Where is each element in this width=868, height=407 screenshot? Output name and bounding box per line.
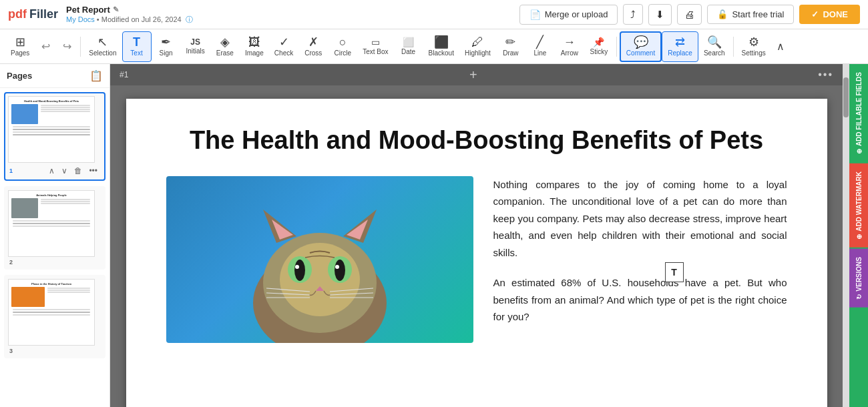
- sidebar-add-page-button[interactable]: 📋: [89, 69, 103, 82]
- date-label: Date: [401, 48, 415, 55]
- merge-upload-button[interactable]: 📄 Merge or upload: [519, 5, 618, 25]
- pdf-page-title: The Health and Mood-Boosting Benefits of…: [166, 125, 787, 156]
- blackout-label: Blackout: [429, 49, 454, 57]
- my-docs-link[interactable]: My Docs: [66, 15, 95, 23]
- scroll-track[interactable]: [843, 64, 849, 407]
- pdf-paragraph-1: Nothing compares to the joy of coming ho…: [493, 176, 787, 262]
- circle-icon: ○: [339, 36, 347, 48]
- thumb-line: [41, 199, 90, 200]
- date-icon: ⬜: [403, 37, 414, 47]
- tool-circle[interactable]: ○ Circle: [328, 31, 357, 62]
- draw-label: Draw: [503, 49, 518, 57]
- add-watermark-tab[interactable]: ⊕ ADD WATERMARK: [849, 163, 868, 248]
- thumb-title-1: Health and Mood-Boosting Benefits of Pet…: [11, 99, 91, 103]
- pdf-text-content: Nothing compares to the joy of coming ho…: [493, 176, 787, 339]
- svg-point-12: [335, 265, 339, 269]
- page-thumbnail-1[interactable]: Health and Mood-Boosting Benefits of Pet…: [4, 92, 105, 181]
- pdf-content-row: Nothing compares to the joy of coming ho…: [166, 176, 787, 343]
- pdf-page: The Health and Mood-Boosting Benefits of…: [126, 99, 827, 407]
- page-down-button[interactable]: ∨: [59, 165, 70, 177]
- done-label: DONE: [823, 9, 848, 19]
- textbox-icon: ▭: [371, 37, 380, 47]
- svg-point-6: [280, 243, 360, 316]
- selection-icon: ↖: [97, 36, 107, 48]
- trial-icon: 🔓: [717, 9, 728, 19]
- line-icon: ╱: [536, 36, 544, 48]
- tool-image[interactable]: 🖼 Image: [240, 31, 269, 62]
- undo-button[interactable]: ↩: [35, 31, 56, 62]
- page-more-button[interactable]: •••: [86, 165, 100, 177]
- edit-title-icon[interactable]: ✎: [113, 5, 119, 14]
- chevron-up-icon: ∧: [777, 40, 785, 53]
- doc-subtitle: My Docs • Modified on Jul 26, 2024 ⓘ: [66, 15, 193, 25]
- tool-line[interactable]: ╱ Line: [525, 31, 555, 62]
- thumb-line: [47, 290, 90, 291]
- undo-redo-group: ↩ ↪: [35, 31, 77, 62]
- modified-text: •: [97, 15, 101, 23]
- start-free-trial-button[interactable]: 🔓 Start free trial: [707, 5, 794, 24]
- tool-sign[interactable]: ✒ Sign: [152, 31, 181, 62]
- done-button[interactable]: ✓ DONE: [799, 5, 860, 24]
- erase-icon: ◈: [220, 36, 230, 48]
- page-thumbnail-2[interactable]: Animals Helping People: [4, 186, 105, 270]
- print-button[interactable]: 🖨: [677, 4, 702, 25]
- add-fillable-fields-tab[interactable]: ⊕ ADD FILLABLE FIELDS: [849, 64, 868, 162]
- page-thumb-inner-1: Health and Mood-Boosting Benefits of Pet…: [8, 96, 95, 163]
- pdf-add-button[interactable]: +: [469, 67, 477, 83]
- thumb-title-2: Animals Helping People: [11, 193, 91, 197]
- cat-svg: [226, 183, 413, 343]
- redo-button[interactable]: ↪: [56, 31, 77, 62]
- tool-initials[interactable]: JS Initials: [181, 31, 210, 62]
- tool-check[interactable]: ✓ Check: [269, 31, 298, 62]
- line-label: Line: [533, 49, 546, 57]
- tool-arrow[interactable]: → Arrow: [555, 31, 584, 62]
- initials-label: Initials: [186, 47, 205, 55]
- versions-tab[interactable]: ↻ VERSIONS: [849, 249, 868, 308]
- text-annotation-cursor: T: [665, 262, 684, 282]
- tool-settings[interactable]: ⚙ Settings: [736, 31, 771, 62]
- tool-highlight[interactable]: 🖊 Highlight: [459, 31, 496, 62]
- thumb-line: [41, 109, 90, 110]
- tool-text[interactable]: T Text: [122, 31, 152, 62]
- tool-replace[interactable]: ⇄ Replace: [662, 31, 698, 62]
- tool-comment[interactable]: 💬 Comment: [620, 31, 662, 62]
- done-checkmark-icon: ✓: [811, 9, 819, 19]
- tool-cross[interactable]: ✗ Cross: [298, 31, 328, 62]
- tool-sticky[interactable]: 📌 Sticky: [584, 31, 614, 62]
- initials-icon: JS: [190, 38, 200, 46]
- pdf-more-options-button[interactable]: •••: [818, 69, 833, 81]
- toolbar-separator-3: [733, 37, 734, 57]
- download-button[interactable]: ⬇: [648, 4, 672, 25]
- download-icon: ⬇: [656, 9, 664, 21]
- page-thumb-inner-3: Phase in the History of Tourism: [8, 279, 95, 346]
- tool-selection[interactable]: ↖ Selection: [83, 31, 122, 62]
- thumb-content-1: Health and Mood-Boosting Benefits of Pet…: [9, 97, 94, 162]
- tool-draw[interactable]: ✏ Draw: [496, 31, 525, 62]
- sticky-icon: 📌: [593, 37, 604, 47]
- thumb-line: [13, 134, 90, 135]
- scroll-thumb[interactable]: [843, 77, 849, 117]
- page-number-2: 2: [9, 259, 13, 266]
- file-icon: 📄: [529, 9, 541, 20]
- main-layout: Pages 📋 Health and Mood-Boosting Benefit…: [0, 64, 868, 407]
- textbox-label: Text Box: [363, 48, 388, 55]
- tool-textbox[interactable]: ▭ Text Box: [357, 31, 393, 62]
- thumb-title-3: Phase in the History of Tourism: [11, 282, 91, 286]
- thumb-line: [13, 220, 90, 222]
- page-up-button[interactable]: ∧: [46, 165, 57, 177]
- thumb-content-3: Phase in the History of Tourism: [9, 280, 94, 345]
- tool-search[interactable]: 🔍 Search: [698, 31, 730, 62]
- page-delete-button[interactable]: 🗑: [71, 165, 85, 177]
- share-button[interactable]: ⤴: [623, 4, 643, 25]
- logo: pdfFiller: [8, 7, 58, 21]
- left-sidebar: Pages 📋 Health and Mood-Boosting Benefit…: [0, 64, 110, 407]
- toolbar: ⊞ Pages ↩ ↪ ↖ Selection T Text ✒ Sign JS…: [0, 29, 868, 64]
- page-thumbnail-3[interactable]: Phase in the History of Tourism: [4, 275, 105, 358]
- tool-date[interactable]: ⬜ Date: [394, 31, 423, 62]
- draw-icon: ✏: [505, 36, 515, 48]
- toolbar-collapse-button[interactable]: ∧: [771, 31, 790, 62]
- tool-pages[interactable]: ⊞ Pages: [5, 31, 35, 62]
- tool-erase[interactable]: ◈ Erase: [210, 31, 240, 62]
- tool-blackout[interactable]: ⬛ Blackout: [423, 31, 459, 62]
- thumb-line: [13, 314, 90, 316]
